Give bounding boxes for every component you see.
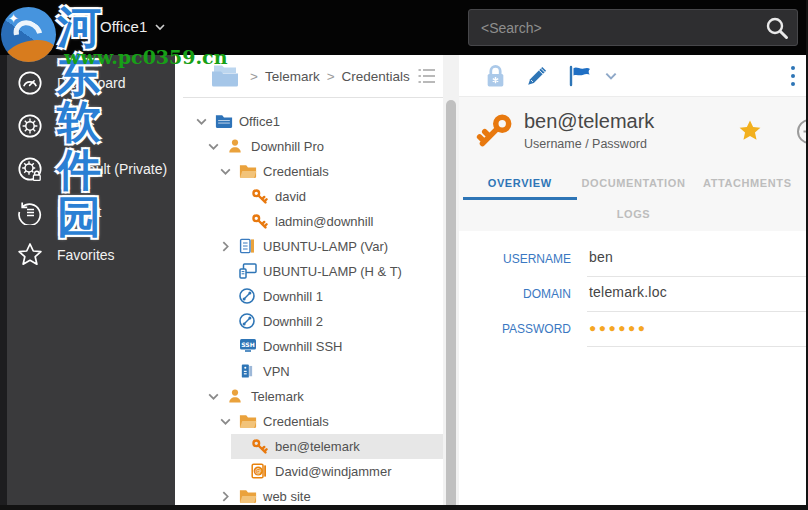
- tree-item[interactable]: ladmin@downhill: [231, 209, 443, 234]
- tree-item[interactable]: Credentials: [219, 159, 443, 184]
- entry-title: ben@telemark: [524, 110, 654, 133]
- key-icon: [251, 438, 269, 455]
- field-row: USERNAMEben: [459, 242, 808, 277]
- top-bar: Office1: [0, 0, 808, 55]
- key-icon: [476, 111, 514, 151]
- tree-item[interactable]: Downhill 2: [219, 309, 443, 334]
- sidebar-item-my-vault-private[interactable]: My Vault (Private): [0, 147, 175, 190]
- tree-item[interactable]: david: [231, 184, 443, 209]
- vpn-icon: [239, 363, 257, 380]
- entry-fields: USERNAMEbenDOMAINtelemark.locPASSWORD●●●…: [459, 231, 808, 347]
- field-value[interactable]: ●●●●●●: [587, 312, 808, 347]
- dashboard-icon: [17, 70, 43, 96]
- tree-item-label: Downhill 2: [263, 314, 323, 329]
- field-value[interactable]: ben: [587, 242, 808, 277]
- tree-item[interactable]: Downhill 1: [219, 284, 443, 309]
- tab-overview[interactable]: OVERVIEW: [463, 169, 577, 200]
- tree-item-label: VPN: [263, 364, 290, 379]
- chevron-spacer: [219, 265, 233, 279]
- folder-blue-icon: [215, 113, 233, 130]
- breadcrumb-item[interactable]: Credentials: [342, 69, 410, 84]
- favorite-star-icon[interactable]: [738, 119, 762, 142]
- breadcrumb-item[interactable]: Telemark: [265, 69, 320, 84]
- tree-item-label: ladmin@downhill: [275, 214, 373, 229]
- org-selector[interactable]: Office1: [76, 17, 166, 36]
- tree-item-label: ben@telemark: [275, 439, 360, 454]
- chevron-down-icon[interactable]: [219, 165, 233, 179]
- chevron-down-icon[interactable]: [207, 390, 221, 404]
- tree-item[interactable]: Downhill Pro: [207, 134, 443, 159]
- entry-header: ben@telemark Username / Password OVERVIE…: [459, 97, 808, 231]
- folder-orange-icon: [239, 163, 257, 180]
- sidebar-item-label: Dashboard: [57, 75, 126, 91]
- flag-icon[interactable]: [568, 65, 595, 87]
- search-box: [468, 9, 798, 46]
- private-vault-icon: [17, 156, 43, 182]
- star-outline-icon: [17, 242, 43, 268]
- key-icon: [251, 188, 269, 205]
- chevron-right-icon[interactable]: [219, 240, 233, 254]
- sidebar: DashboardVaultsMy Vault (Private)RecentF…: [0, 55, 175, 510]
- entry-tabs: OVERVIEWDOCUMENTATIONATTACHMENTSLOGS: [459, 169, 808, 231]
- chevron-down-icon[interactable]: [195, 115, 209, 129]
- search-icon[interactable]: [764, 15, 790, 41]
- org-label: Office1: [100, 18, 147, 35]
- tree-item[interactable]: @David@windjammer: [231, 459, 443, 484]
- chevron-down-icon[interactable]: [604, 69, 618, 83]
- tree-item[interactable]: Office1: [195, 109, 443, 134]
- scrollbar-thumb[interactable]: [446, 100, 456, 510]
- entry-subtitle: Username / Password: [524, 137, 654, 151]
- remote-icon: [239, 288, 257, 305]
- building-icon: [76, 17, 93, 36]
- tree-item[interactable]: Telemark: [207, 384, 443, 409]
- sidebar-item-recent[interactable]: Recent: [0, 190, 175, 233]
- chevron-right-icon[interactable]: [219, 490, 233, 504]
- credential-tree: Office1Downhill ProCredentialsdavidladmi…: [175, 98, 443, 509]
- tree-item-label: david: [275, 189, 306, 204]
- tree-item[interactable]: UBUNTU-LAMP (Var): [219, 234, 443, 259]
- tree-item-label: Downhill Pro: [251, 139, 324, 154]
- chevron-spacer: [231, 440, 245, 454]
- folder-orange-icon: [239, 413, 257, 430]
- kebab-menu-icon[interactable]: [790, 64, 796, 88]
- tree-item-label: David@windjammer: [275, 464, 392, 479]
- tree-item[interactable]: UBUNTU-LAMP (H & T): [219, 259, 443, 284]
- folders-icon[interactable]: [210, 64, 240, 88]
- sidebar-item-label: My Vault (Private): [57, 161, 167, 177]
- chevron-down-icon[interactable]: [219, 415, 233, 429]
- sidebar-item-favorites[interactable]: Favorites: [0, 233, 175, 276]
- tree-panel: >Telemark>Credentials Office1Downhill Pr…: [175, 55, 443, 510]
- app-window: Office1 DashboardVaultsMy Vault (Private…: [0, 0, 808, 510]
- tree-item[interactable]: Credentials: [219, 409, 443, 434]
- tab-documentation[interactable]: DOCUMENTATION: [577, 169, 691, 200]
- field-label: DOMAIN: [459, 277, 571, 312]
- edit-pencil-icon[interactable]: [525, 64, 549, 88]
- field-label: USERNAME: [459, 242, 571, 277]
- sidebar-item-vaults[interactable]: Vaults: [0, 104, 175, 147]
- search-input[interactable]: [469, 20, 764, 36]
- ssh-icon: SSH: [239, 338, 257, 355]
- tree-item[interactable]: VPN: [219, 359, 443, 384]
- lock-icon[interactable]: [485, 64, 506, 88]
- tree-item[interactable]: SSHDownhill SSH: [219, 334, 443, 359]
- list-view-icon[interactable]: [417, 67, 437, 85]
- tree-item-label: Office1: [239, 114, 280, 129]
- chevron-spacer: [231, 465, 245, 479]
- breadcrumb: >Telemark>Credentials: [183, 55, 443, 98]
- tab-logs[interactable]: LOGS: [577, 200, 691, 231]
- tab-attachments[interactable]: ATTACHMENTS: [690, 169, 804, 200]
- tree-item-label: UBUNTU-LAMP (Var): [263, 239, 388, 254]
- tree-scrollbar[interactable]: [443, 55, 459, 510]
- sidebar-item-dashboard[interactable]: Dashboard: [0, 61, 175, 104]
- field-value[interactable]: telemark.loc: [587, 277, 808, 312]
- field-row: PASSWORD●●●●●●: [459, 312, 808, 347]
- chevron-spacer: [219, 315, 233, 329]
- tree-item[interactable]: ben@telemark: [231, 434, 443, 459]
- field-label: PASSWORD: [459, 312, 571, 347]
- chevron-spacer: [231, 215, 245, 229]
- breadcrumb-separator: >: [250, 69, 258, 84]
- tree-item-label: Telemark: [251, 389, 304, 404]
- chevron-down-icon: [154, 21, 166, 33]
- tree-item-label: UBUNTU-LAMP (H & T): [263, 264, 402, 279]
- chevron-down-icon[interactable]: [207, 140, 221, 154]
